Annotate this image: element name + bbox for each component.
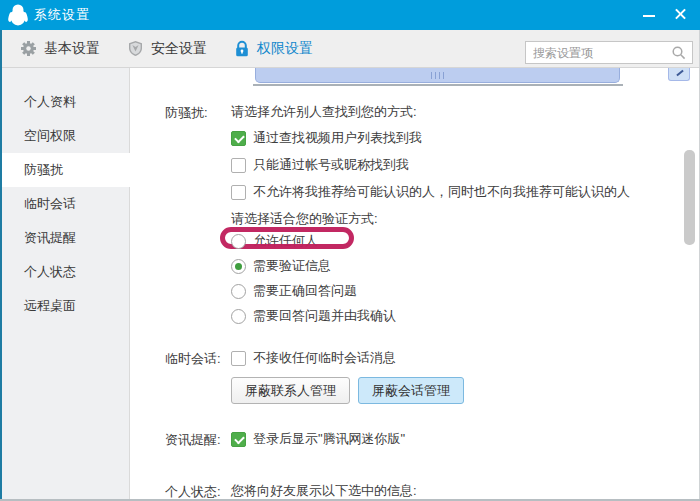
- sidebar-item-news-reminder[interactable]: 资讯提醒: [0, 221, 129, 255]
- sidebar-item-remote-desktop[interactable]: 远程桌面: [0, 289, 129, 323]
- blocked-contacts-manage-button[interactable]: 屏蔽联系人管理: [231, 377, 350, 404]
- horizontal-scrollbar[interactable]: [255, 68, 620, 83]
- tab-label: 安全设置: [151, 40, 207, 58]
- settings-search-box: [525, 41, 693, 64]
- section-news-reminder: 资讯提醒: 登录后显示"腾讯网迷你版": [131, 431, 700, 458]
- section-temp-session: 临时会话: 不接收任何临时会话消息 屏蔽联系人管理 屏蔽会话管理: [131, 350, 700, 404]
- minimize-button[interactable]: [634, 0, 664, 28]
- radio-selected-icon: [231, 259, 246, 274]
- search-input[interactable]: [526, 46, 671, 60]
- blocked-sessions-manage-button[interactable]: 屏蔽会话管理: [358, 377, 464, 404]
- checkbox-unchecked-icon: [231, 185, 246, 200]
- checkbox-label: 不接收任何临时会话消息: [253, 350, 396, 366]
- sidebar-item-personal-status[interactable]: 个人状态: [0, 255, 129, 289]
- checkbox-no-temp-session[interactable]: 不接收任何临时会话消息: [231, 350, 700, 366]
- radio-require-correct-answer[interactable]: 需要正确回答问题: [231, 283, 700, 299]
- sidebar-item-space-permission[interactable]: 空间权限: [0, 119, 129, 153]
- radio-label: 需要回答问题并由我确认: [253, 308, 396, 324]
- settings-content: 防骚扰: 请选择允许别人查找到您的方式: 通过查找视频用户列表找到我 只能通过帐…: [131, 68, 700, 501]
- checkbox-checked-icon: [231, 131, 246, 146]
- scroll-corner-button[interactable]: [668, 68, 690, 81]
- shield-icon: [127, 40, 144, 57]
- radio-label: 需要正确回答问题: [253, 283, 357, 299]
- checkbox-find-by-account-only[interactable]: 只能通过帐号或昵称找到我: [231, 157, 700, 173]
- checkbox-show-mini-tencent[interactable]: 登录后显示"腾讯网迷你版": [231, 431, 700, 447]
- checkbox-unchecked-icon: [231, 158, 246, 173]
- checkbox-find-by-video-list[interactable]: 通过查找视频用户列表找到我: [231, 130, 700, 146]
- gear-icon: [20, 40, 37, 57]
- verification-intro: 请选择适合您的验证方式:: [231, 211, 700, 227]
- tab-basic-settings[interactable]: 基本设置: [20, 40, 100, 58]
- radio-allow-anyone[interactable]: 允许任何人: [231, 233, 700, 249]
- checkbox-label: 登录后显示"腾讯网迷你版": [253, 431, 405, 447]
- section-anti-harassment: 防骚扰: 请选择允许别人查找到您的方式: 通过查找视频用户列表找到我 只能通过帐…: [131, 104, 700, 333]
- tab-label: 基本设置: [44, 40, 100, 58]
- scrollbar-grip: [431, 72, 445, 79]
- checkbox-label: 不允许将我推荐给可能认识的人，同时也不向我推荐可能认识的人: [253, 184, 630, 200]
- search-icon: [671, 45, 687, 61]
- checkbox-unchecked-icon: [231, 351, 246, 366]
- radio-answer-and-confirm[interactable]: 需要回答问题并由我确认: [231, 308, 700, 324]
- find-me-intro: 请选择允许别人查找到您的方式:: [231, 104, 700, 120]
- title-bar: 系统设置: [0, 0, 700, 30]
- tab-permission-settings[interactable]: 权限设置: [234, 40, 313, 58]
- radio-unselected-icon: [231, 284, 246, 299]
- window-title: 系统设置: [34, 6, 90, 24]
- window-border-left: [0, 30, 2, 501]
- section-label: 防骚扰:: [165, 104, 231, 333]
- qq-penguin-icon: [8, 4, 28, 26]
- sidebar-item-anti-harassment[interactable]: 防骚扰: [0, 153, 130, 187]
- radio-unselected-icon: [231, 234, 246, 249]
- section-label: 临时会话:: [165, 350, 231, 404]
- sidebar-item-profile[interactable]: 个人资料: [0, 85, 129, 119]
- section-label: 资讯提醒:: [165, 431, 231, 458]
- close-button[interactable]: [666, 0, 696, 28]
- sidebar-item-temp-session[interactable]: 临时会话: [0, 187, 129, 221]
- tab-label: 权限设置: [257, 40, 313, 58]
- checkbox-checked-icon: [231, 432, 246, 447]
- radio-label: 需要验证信息: [253, 258, 331, 274]
- system-settings-window: 系统设置 基本设置: [0, 0, 700, 501]
- settings-sidebar: 个人资料 空间权限 防骚扰 临时会话 资讯提醒 个人状态 远程桌面: [0, 68, 130, 501]
- radio-unselected-icon: [231, 309, 246, 324]
- status-intro: 您将向好友展示以下选中的信息:: [231, 483, 700, 499]
- checkbox-no-recommendation[interactable]: 不允许将我推荐给可能认识的人，同时也不向我推荐可能认识的人: [231, 184, 700, 200]
- checkbox-label: 只能通过帐号或昵称找到我: [253, 157, 409, 173]
- lock-icon: [234, 40, 250, 57]
- tab-security-settings[interactable]: 安全设置: [127, 40, 207, 58]
- radio-label: 允许任何人: [253, 233, 318, 249]
- checkbox-label: 通过查找视频用户列表找到我: [253, 130, 422, 146]
- radio-require-verification[interactable]: 需要验证信息: [231, 258, 700, 274]
- divider: [253, 84, 623, 86]
